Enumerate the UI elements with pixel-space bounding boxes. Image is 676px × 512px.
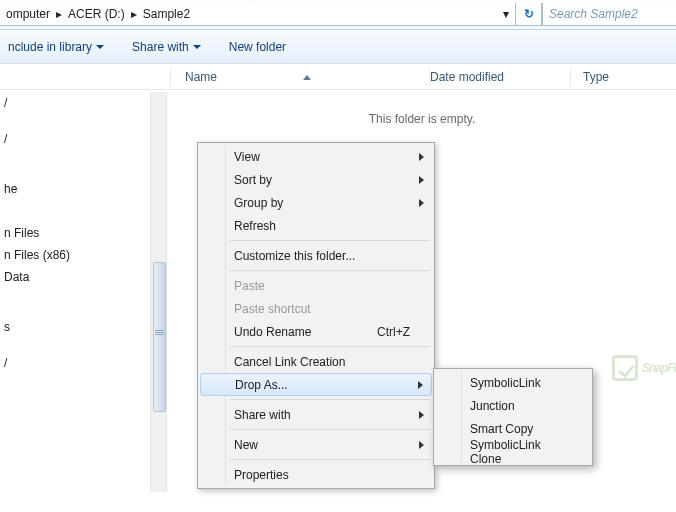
watermark-icon: [612, 355, 638, 381]
crumb-folder[interactable]: Sample2: [141, 7, 192, 21]
column-date[interactable]: Date modified: [430, 70, 570, 84]
menu-customize[interactable]: Customize this folder...: [200, 244, 432, 267]
menu-customize-label: Customize this folder...: [234, 249, 355, 263]
chevron-down-icon: [96, 45, 104, 49]
column-name[interactable]: Name: [171, 70, 429, 84]
chevron-down-icon: [193, 45, 201, 49]
address-bar: omputer ▸ ACER (D:) ▸ Sample2 ▾ ↻ Search…: [0, 0, 676, 30]
menu-paste: Paste: [200, 274, 432, 297]
menu-sortby-label: Sort by: [234, 173, 272, 187]
crumb-computer[interactable]: omputer: [4, 7, 52, 21]
include-in-library-button[interactable]: nclude in library: [8, 40, 104, 54]
tree-item[interactable]: n Files (x86): [2, 244, 150, 266]
menu-share-with[interactable]: Share with: [200, 403, 432, 426]
watermark-text: SnapFi: [642, 361, 676, 375]
menu-view-label: View: [234, 150, 260, 164]
submenu-arrow-icon: [419, 176, 424, 184]
menu-undo-rename[interactable]: Undo Rename Ctrl+Z: [200, 320, 432, 343]
menu-undo-shortcut: Ctrl+Z: [377, 325, 410, 339]
crumb-arrow-icon[interactable]: ▸: [127, 7, 141, 21]
menu-paste-label: Paste: [234, 279, 265, 293]
toolbar: nclude in library Share with New folder: [0, 30, 676, 64]
menu-refresh-label: Refresh: [234, 219, 276, 233]
menu-drop-as-label: Drop As...: [235, 378, 288, 392]
context-menu: View Sort by Group by Refresh Customize …: [197, 142, 435, 489]
tree-item[interactable]: [2, 200, 150, 222]
submenu-symboliclink-clone[interactable]: SymbolicLink Clone: [436, 440, 590, 463]
menu-new-label: New: [234, 438, 258, 452]
tree-item[interactable]: Data: [2, 266, 150, 288]
column-headers: Name Date modified Type: [0, 64, 676, 90]
tree-item[interactable]: /: [2, 92, 150, 114]
menu-separator: [230, 270, 430, 271]
refresh-button[interactable]: ↻: [516, 3, 542, 26]
menu-separator: [230, 240, 430, 241]
folder-tree[interactable]: / / he n Files n Files (x86) Data s /: [0, 92, 150, 492]
include-label: nclude in library: [8, 40, 92, 54]
menu-separator: [230, 459, 430, 460]
submenu-smartcopy-label: Smart Copy: [470, 422, 533, 436]
menu-view[interactable]: View: [200, 145, 432, 168]
submenu-arrow-icon: [419, 199, 424, 207]
menu-paste-shortcut: Paste shortcut: [200, 297, 432, 320]
tree-item[interactable]: n Files: [2, 222, 150, 244]
submenu-clone-label: SymbolicLink Clone: [470, 438, 572, 466]
menu-separator: [230, 399, 430, 400]
empty-folder-message: This folder is empty.: [168, 112, 676, 126]
column-name-label: Name: [185, 70, 217, 84]
submenu-junction-label: Junction: [470, 399, 515, 413]
menu-separator: [230, 429, 430, 430]
tree-item[interactable]: /: [2, 352, 150, 374]
drop-as-submenu: SymbolicLink Junction Smart Copy Symboli…: [433, 368, 593, 466]
watermark: SnapFi: [612, 355, 676, 381]
tree-item[interactable]: s: [2, 316, 150, 338]
submenu-symboliclink[interactable]: SymbolicLink: [436, 371, 590, 394]
submenu-junction[interactable]: Junction: [436, 394, 590, 417]
menu-share-label: Share with: [234, 408, 291, 422]
tree-scrollbar[interactable]: [150, 92, 167, 492]
menu-undo-label: Undo Rename: [234, 325, 311, 339]
menu-group-by[interactable]: Group by: [200, 191, 432, 214]
sort-ascending-icon: [303, 75, 311, 80]
submenu-symboliclink-label: SymbolicLink: [470, 376, 541, 390]
menu-separator: [230, 346, 430, 347]
menu-sort-by[interactable]: Sort by: [200, 168, 432, 191]
menu-paste-shortcut-label: Paste shortcut: [234, 302, 311, 316]
submenu-arrow-icon: [419, 153, 424, 161]
tree-item[interactable]: he: [2, 178, 150, 200]
menu-drop-as[interactable]: Drop As...: [200, 373, 432, 396]
menu-cancel-link[interactable]: Cancel Link Creation: [200, 350, 432, 373]
breadcrumb-dropdown-icon[interactable]: ▾: [497, 7, 515, 21]
menu-properties[interactable]: Properties: [200, 463, 432, 486]
search-input[interactable]: Search Sample2: [542, 3, 676, 26]
tree-item[interactable]: /: [2, 128, 150, 150]
breadcrumb[interactable]: omputer ▸ ACER (D:) ▸ Sample2 ▾: [0, 3, 516, 26]
submenu-arrow-icon: [419, 411, 424, 419]
menu-new[interactable]: New: [200, 433, 432, 456]
submenu-arrow-icon: [419, 441, 424, 449]
share-with-button[interactable]: Share with: [132, 40, 201, 54]
menu-refresh[interactable]: Refresh: [200, 214, 432, 237]
crumb-arrow-icon[interactable]: ▸: [52, 7, 66, 21]
menu-cancel-link-label: Cancel Link Creation: [234, 355, 345, 369]
share-label: Share with: [132, 40, 189, 54]
crumb-drive[interactable]: ACER (D:): [66, 7, 127, 21]
column-type[interactable]: Type: [571, 70, 609, 84]
menu-properties-label: Properties: [234, 468, 289, 482]
new-folder-button[interactable]: New folder: [229, 40, 286, 54]
search-placeholder: Search Sample2: [549, 7, 638, 21]
menu-groupby-label: Group by: [234, 196, 283, 210]
newfolder-label: New folder: [229, 40, 286, 54]
submenu-arrow-icon: [418, 381, 423, 389]
refresh-icon: ↻: [524, 7, 534, 21]
